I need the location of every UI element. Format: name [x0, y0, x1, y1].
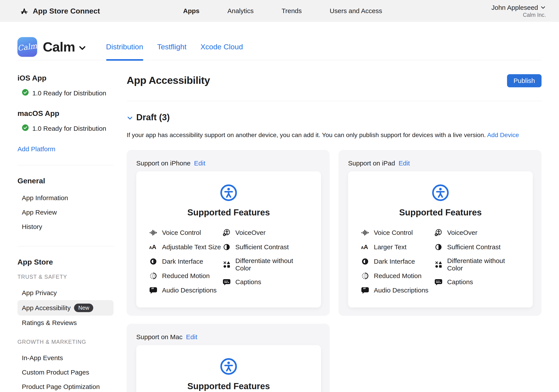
platform-status-text: 1.0 Ready for Distribution — [32, 90, 106, 97]
group-title-trust-safety: TRUST & SAFETY — [18, 274, 113, 280]
feature-label: Reduced Motion — [162, 272, 210, 280]
sidebar-item-custom-product-pages[interactable]: Custom Product Pages — [18, 365, 113, 380]
sidebar-item-label: App Accessibility — [22, 304, 71, 312]
app-store-connect-page: App Store Connect AppsAnalyticsTrendsUse… — [0, 0, 559, 392]
card-body: Supported Features — [136, 345, 321, 392]
feature-label: Dark Interface — [162, 258, 203, 265]
app-name: Calm — [43, 39, 75, 55]
feature-row: Dark Interface — [361, 257, 434, 266]
feature-row: Sufficient Contrast — [434, 243, 520, 251]
edit-link[interactable]: Edit — [399, 160, 410, 167]
differentiate-icon — [434, 260, 443, 269]
feature-label: Larger Text — [374, 243, 407, 251]
feature-label: Adjustable Text Size — [162, 243, 221, 251]
feature-row: Sufficient Contrast — [222, 243, 308, 251]
tab-testflight[interactable]: Testflight — [157, 34, 186, 60]
feature-label: Sufficient Contrast — [447, 243, 501, 251]
text-size-icon: AA — [149, 243, 158, 251]
dark-interface-icon — [149, 257, 158, 266]
sidebar-item-in-app-events[interactable]: In-App Events — [18, 351, 113, 365]
features-left: Voice ControlAAAdjustable Text SizeDark … — [149, 228, 222, 295]
card-device-label: Support on iPad — [348, 160, 395, 167]
feature-label: Dark Interface — [374, 258, 415, 265]
add-device-link[interactable]: Add Device — [487, 131, 519, 138]
sidebar-item-label: Ratings & Reviews — [22, 319, 77, 327]
feature-label: Reduced Motion — [374, 272, 421, 280]
nav-users-and-access[interactable]: Users and Access — [330, 7, 382, 15]
app-store-groups: TRUST & SAFETYApp PrivacyApp Accessibili… — [18, 274, 113, 392]
feature-row: Reduced Motion — [361, 272, 434, 280]
chevron-down-icon — [540, 5, 546, 10]
dark-interface-icon — [361, 257, 370, 266]
platforms-section: iOS App1.0 Ready for DistributionmacOS A… — [18, 74, 113, 133]
sidebar-item-app-accessibility[interactable]: App AccessibilityNew — [18, 300, 113, 316]
feature-label: Voice Control — [374, 229, 413, 236]
svg-text:A: A — [361, 246, 364, 250]
publish-button[interactable]: Publish — [507, 74, 541, 87]
supported-features-heading: Supported Features — [187, 208, 270, 217]
nav-analytics[interactable]: Analytics — [227, 7, 253, 15]
feature-row: Dark Interface — [149, 257, 222, 266]
draft-title: Draft (3) — [136, 112, 170, 122]
chevron-down-icon — [127, 115, 133, 121]
feature-label: Differentiate without Color — [235, 257, 308, 272]
nav-trends[interactable]: Trends — [282, 7, 302, 15]
tab-distribution[interactable]: Distribution — [106, 34, 143, 60]
platform-status: 1.0 Ready for Distribution — [22, 89, 113, 97]
sidebar-item-ratings-reviews[interactable]: Ratings & Reviews — [18, 316, 113, 330]
features-grid: Voice ControlAAAdjustable Text SizeDark … — [148, 228, 310, 295]
differentiate-icon — [222, 260, 231, 269]
card-header: Support on iPhoneEdit — [136, 160, 321, 167]
card-device-label: Support on Mac — [136, 333, 183, 341]
group-items: App PrivacyApp AccessibilityNewRatings &… — [18, 286, 113, 330]
group-items: In-App EventsCustom Product PagesProduct… — [18, 351, 113, 392]
sidebar-item-label: App Privacy — [22, 289, 57, 297]
sidebar-item-label: In-App Events — [22, 354, 63, 362]
sidebar-item-history[interactable]: History — [18, 219, 113, 234]
feature-row: Differentiate without Color — [222, 257, 308, 272]
support-cards: Support on iPhoneEditSupported FeaturesV… — [127, 150, 541, 392]
reduced-motion-icon — [361, 272, 370, 280]
brand-title: App Store Connect — [33, 7, 100, 15]
feature-label: Captions — [235, 278, 261, 286]
feature-row: AAAdjustable Text Size — [149, 243, 222, 251]
user-name: John Appleseed — [491, 3, 538, 12]
platform-ios-app: iOS App1.0 Ready for Distribution — [18, 74, 113, 97]
content: Calm Calm DistributionTestflightXcode Cl… — [0, 34, 559, 392]
calm-app-icon: Calm — [18, 37, 37, 57]
svg-text:”: ” — [151, 287, 154, 293]
edit-link[interactable]: Edit — [194, 160, 205, 167]
top-navbar: App Store Connect AppsAnalyticsTrendsUse… — [0, 0, 559, 22]
feature-label: Captions — [447, 278, 473, 286]
sidebar-item-app-information[interactable]: App Information — [18, 191, 113, 205]
sidebar-item-product-page-optimization[interactable]: Product Page Optimization — [18, 380, 113, 392]
feature-row: ”Audio Descriptions — [149, 286, 222, 295]
edit-link[interactable]: Edit — [186, 333, 197, 341]
contrast-icon — [434, 243, 443, 251]
sidebar-item-app-privacy[interactable]: App Privacy — [18, 286, 113, 300]
captions-icon — [434, 278, 443, 286]
sidebar: iOS App1.0 Ready for DistributionmacOS A… — [18, 60, 113, 392]
app-switcher[interactable]: Calm — [43, 39, 86, 55]
feature-row: Captions — [434, 278, 520, 286]
tab-xcode-cloud[interactable]: Xcode Cloud — [200, 34, 243, 60]
feature-row: Differentiate without Color — [434, 257, 520, 272]
svg-text:”: ” — [363, 287, 366, 293]
card-device-label: Support on iPhone — [136, 160, 191, 167]
add-platform-link[interactable]: Add Platform — [18, 145, 55, 153]
app-store-section-title: App Store — [18, 258, 113, 266]
feature-row: Voice Control — [149, 228, 222, 237]
supported-features-heading: Supported Features — [399, 208, 482, 217]
user-name-button[interactable]: John Appleseed — [491, 3, 546, 12]
feature-label: Audio Descriptions — [162, 287, 217, 294]
voiceover-icon — [434, 228, 443, 237]
nav-apps[interactable]: Apps — [183, 7, 199, 15]
sidebar-item-app-review[interactable]: App Review — [18, 205, 113, 219]
draft-section-toggle[interactable]: Draft (3) — [127, 112, 541, 122]
main-header: App Accessibility Publish — [127, 74, 541, 87]
sidebar-divider — [18, 246, 113, 246]
user-menu: John Appleseed Calm Inc. — [491, 3, 546, 18]
general-items: App InformationApp ReviewHistory — [18, 191, 113, 234]
accessibility-icon — [431, 183, 450, 202]
card-header: Support on iPadEdit — [348, 160, 533, 167]
